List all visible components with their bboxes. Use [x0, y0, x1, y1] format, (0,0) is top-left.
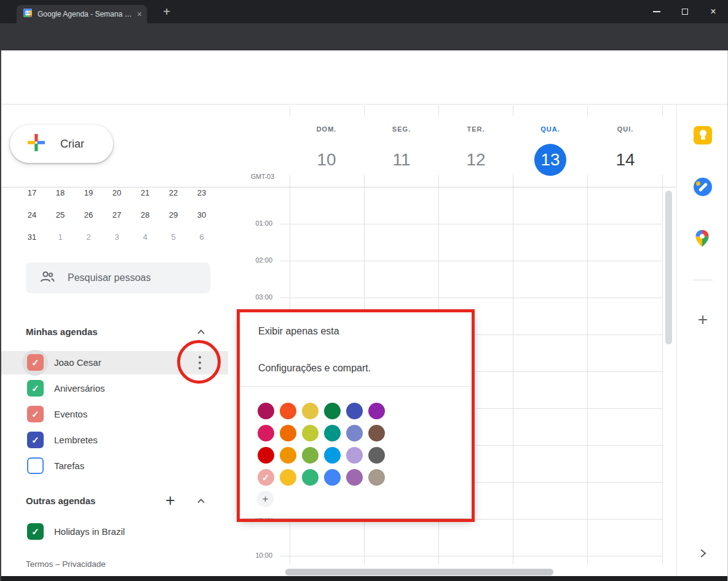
mini-calendar-day[interactable]: 3	[103, 226, 131, 248]
browser-tab[interactable]: 13 Google Agenda - Semana de 10 ×	[17, 5, 147, 23]
color-swatch[interactable]	[368, 403, 385, 419]
mini-calendar-day[interactable]: 24	[18, 204, 46, 226]
mini-calendar-day[interactable]: 1	[46, 226, 74, 248]
color-swatch[interactable]	[258, 447, 274, 464]
color-swatch[interactable]	[324, 469, 341, 486]
google-keep-icon[interactable]	[694, 126, 712, 144]
day-header[interactable]: TER.12	[445, 125, 507, 176]
day-header[interactable]: SEG.11	[371, 125, 432, 176]
color-swatch[interactable]	[324, 403, 341, 419]
mini-calendar-day[interactable]: 29	[159, 204, 188, 226]
menu-item-show-only-this[interactable]: Exibir apenas esta	[258, 324, 339, 339]
day-number[interactable]: 13	[534, 144, 566, 176]
check-icon: ✓	[258, 469, 274, 486]
horizontal-scrollbar[interactable]	[285, 569, 553, 575]
google-tasks-icon[interactable]	[694, 178, 712, 196]
mini-calendar-day[interactable]: 30	[188, 204, 216, 226]
color-swatch[interactable]	[324, 425, 341, 441]
tab-close-icon[interactable]: ×	[137, 10, 142, 18]
day-number[interactable]: 11	[386, 144, 417, 176]
color-swatch[interactable]	[368, 425, 385, 441]
calendar-checkbox[interactable]: ✓	[27, 432, 44, 448]
mini-calendar: 171819202122232425262728293031123456	[18, 182, 216, 248]
color-swatch[interactable]	[346, 425, 363, 441]
vertical-scrollbar[interactable]	[665, 191, 672, 344]
browser-titlebar: 13 Google Agenda - Semana de 10 × + ×	[0, 0, 728, 23]
mini-calendar-day[interactable]: 27	[103, 204, 131, 226]
color-swatch[interactable]	[258, 425, 274, 441]
timezone-label: GMT-03	[228, 173, 274, 180]
calendar-checkbox[interactable]: ✓	[27, 354, 44, 371]
color-swatch[interactable]	[302, 403, 318, 419]
column-divider	[438, 106, 439, 116]
mini-calendar-day[interactable]: 5	[159, 226, 188, 248]
window-maximize-button[interactable]	[671, 0, 698, 23]
calendar-checkbox[interactable]: ✓	[27, 406, 44, 422]
color-swatch[interactable]: ✓	[258, 469, 274, 486]
day-number[interactable]: 12	[460, 144, 492, 176]
day-header[interactable]: QUA.13	[520, 125, 581, 176]
color-swatch[interactable]	[280, 469, 296, 486]
mini-calendar-day[interactable]: 26	[74, 204, 103, 226]
calendar-checkbox[interactable]: ✓	[27, 523, 44, 540]
color-swatch[interactable]	[302, 447, 318, 464]
mini-calendar-day[interactable]: 4	[131, 226, 159, 248]
mini-calendar-day[interactable]: 18	[46, 182, 74, 204]
create-button[interactable]: Criar	[10, 125, 113, 163]
search-people-box[interactable]: Pesquisar pessoas	[26, 263, 210, 293]
color-swatch[interactable]	[302, 425, 318, 441]
calendar-list-item[interactable]: ✓Aniversários	[0, 377, 228, 400]
hour-label: 02:00	[228, 256, 272, 265]
menu-item-settings-sharing[interactable]: Configurações e compart.	[258, 361, 371, 376]
hide-panel-chevron-icon[interactable]	[697, 547, 709, 559]
calendar-list-item[interactable]: ✓Joao Cesar	[0, 351, 228, 374]
mini-calendar-day[interactable]: 22	[159, 182, 188, 204]
day-name: QUI.	[595, 125, 656, 134]
color-swatch[interactable]	[280, 425, 296, 441]
color-swatch[interactable]	[346, 447, 363, 464]
calendar-checkbox[interactable]: ✓	[27, 380, 44, 397]
calendar-list-item[interactable]: ✓Lembretes	[0, 429, 228, 452]
terms-privacy-links[interactable]: Termos – Privacidade	[26, 559, 106, 569]
add-custom-color-button[interactable]: +	[257, 491, 274, 507]
day-header[interactable]: DOM.10	[296, 125, 357, 176]
color-swatch[interactable]	[368, 469, 385, 486]
mini-calendar-day[interactable]: 21	[131, 182, 159, 204]
calendar-checkbox[interactable]	[27, 457, 44, 474]
calendar-list-item[interactable]: ✓Holidays in Brazil	[0, 520, 228, 543]
calendar-label: Eventos	[54, 403, 87, 426]
other-calendars-collapse-icon[interactable]	[196, 496, 207, 507]
day-number[interactable]: 14	[609, 144, 641, 176]
my-calendars-collapse-icon[interactable]	[196, 326, 207, 338]
color-swatch[interactable]	[324, 447, 341, 464]
mini-calendar-day[interactable]: 28	[131, 204, 159, 226]
new-tab-button[interactable]: +	[159, 4, 175, 19]
mini-calendar-day[interactable]: 25	[46, 204, 74, 226]
color-swatch[interactable]	[346, 403, 363, 419]
calendar-options-menu: Exibir apenas esta Configurações e compa…	[240, 312, 472, 518]
window-close-button[interactable]: ×	[700, 0, 727, 23]
mini-calendar-day[interactable]: 19	[74, 182, 103, 204]
window-minimize-button[interactable]	[643, 0, 670, 23]
color-swatch[interactable]	[346, 469, 363, 486]
calendar-options-icon[interactable]	[196, 356, 204, 370]
color-swatch[interactable]	[302, 469, 318, 486]
color-swatch[interactable]	[368, 447, 385, 464]
day-header[interactable]: QUI.14	[595, 125, 656, 176]
mini-calendar-day[interactable]: 20	[103, 182, 131, 204]
calendar-list-item[interactable]: ✓Eventos	[0, 403, 228, 426]
mini-calendar-day[interactable]: 2	[74, 226, 103, 248]
google-maps-icon[interactable]	[694, 229, 712, 248]
mini-calendar-day[interactable]: 17	[18, 182, 46, 204]
search-people-label: Pesquisar pessoas	[68, 272, 151, 283]
color-swatch[interactable]	[258, 403, 274, 419]
color-swatch[interactable]	[280, 403, 296, 419]
calendar-list-item[interactable]: Tarefas	[0, 454, 228, 478]
mini-calendar-day[interactable]: 23	[188, 182, 216, 204]
day-number[interactable]: 10	[311, 144, 342, 176]
mini-calendar-day[interactable]: 31	[18, 226, 46, 248]
get-addons-icon[interactable]: +	[694, 309, 712, 331]
mini-calendar-day[interactable]: 6	[188, 226, 216, 248]
add-other-calendars-icon[interactable]: +	[161, 490, 180, 511]
color-swatch[interactable]	[280, 447, 296, 464]
